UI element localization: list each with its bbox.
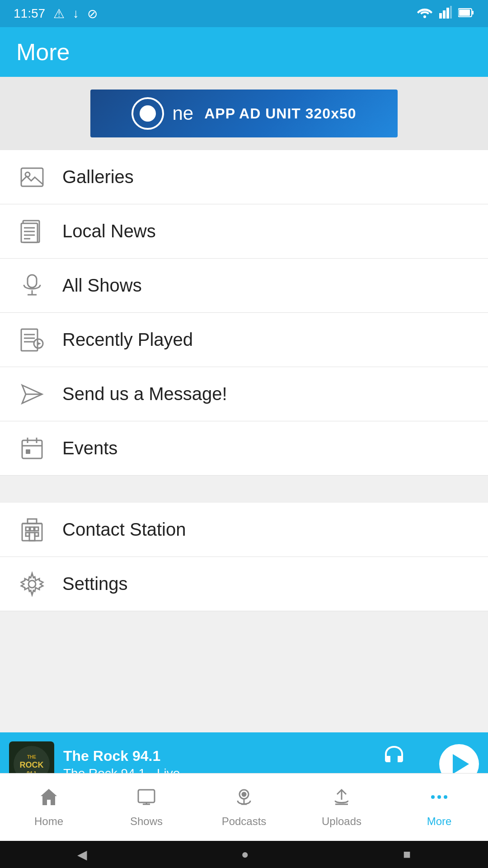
building-icon bbox=[16, 514, 48, 546]
send-icon bbox=[16, 378, 48, 410]
menu-list-2: Contact Station Settings bbox=[0, 503, 488, 611]
svg-point-56 bbox=[431, 795, 435, 799]
menu-item-send-message[interactable]: Send us a Message! bbox=[0, 367, 488, 421]
nav-item-shows[interactable]: Shows bbox=[98, 787, 195, 828]
image-icon bbox=[16, 161, 48, 193]
ad-inner: ne APP AD UNIT 320x50 bbox=[90, 90, 398, 137]
menu-list: Galleries Local News All Shows bbox=[0, 150, 488, 476]
svg-rect-1 bbox=[439, 13, 442, 19]
uploads-icon bbox=[332, 787, 352, 811]
svg-rect-35 bbox=[35, 527, 38, 531]
svg-rect-40 bbox=[28, 519, 37, 524]
nav-item-uploads[interactable]: Uploads bbox=[293, 787, 390, 828]
svg-marker-24 bbox=[37, 342, 41, 345]
svg-text:THE: THE bbox=[27, 755, 36, 760]
nav-item-podcasts[interactable]: Podcasts bbox=[195, 787, 293, 828]
menu-item-all-shows[interactable]: All Shows bbox=[0, 259, 488, 313]
ad-logo-text: ne bbox=[172, 103, 193, 124]
more-nav-label: More bbox=[427, 815, 452, 828]
play-icon bbox=[453, 754, 469, 774]
svg-rect-3 bbox=[446, 8, 449, 19]
music-list-icon bbox=[16, 324, 48, 356]
svg-rect-33 bbox=[26, 527, 29, 531]
battery-icon bbox=[458, 6, 474, 21]
svg-point-41 bbox=[28, 580, 36, 588]
svg-rect-11 bbox=[21, 223, 38, 242]
microphone-icon bbox=[16, 270, 48, 302]
download-icon: ↓ bbox=[73, 6, 79, 21]
settings-label: Settings bbox=[62, 574, 128, 594]
svg-rect-48 bbox=[138, 790, 155, 802]
system-nav: ◀ ● ■ bbox=[0, 841, 488, 868]
home-button[interactable]: ● bbox=[241, 847, 249, 862]
bottom-nav: Home Shows Podcasts bbox=[0, 773, 488, 841]
calendar-icon bbox=[16, 433, 48, 464]
signal-icon bbox=[439, 6, 452, 22]
gear-icon bbox=[16, 568, 48, 600]
ad-logo-circle bbox=[131, 97, 164, 130]
station-name: The Rock 94.1 bbox=[63, 748, 349, 764]
send-message-label: Send us a Message! bbox=[62, 384, 227, 404]
svg-rect-27 bbox=[22, 440, 42, 458]
svg-rect-4 bbox=[450, 6, 452, 19]
home-label: Home bbox=[34, 815, 63, 828]
svg-rect-16 bbox=[28, 275, 37, 288]
warning-icon: ⚠ bbox=[53, 6, 65, 21]
svg-text:ROCK: ROCK bbox=[20, 760, 44, 769]
menu-item-contact-station[interactable]: Contact Station bbox=[0, 503, 488, 557]
shows-icon bbox=[136, 787, 156, 811]
galleries-label: Galleries bbox=[62, 167, 134, 187]
newspaper-icon bbox=[16, 216, 48, 247]
time-display: 11:57 bbox=[14, 6, 45, 21]
nav-item-more[interactable]: More bbox=[390, 787, 488, 828]
more-icon bbox=[429, 787, 449, 811]
menu-item-galleries[interactable]: Galleries bbox=[0, 150, 488, 204]
menu-item-recently-played[interactable]: Recently Played bbox=[0, 313, 488, 367]
svg-point-58 bbox=[444, 795, 447, 799]
podcasts-icon bbox=[234, 787, 254, 811]
local-news-label: Local News bbox=[62, 221, 156, 241]
shows-label: Shows bbox=[130, 815, 163, 828]
headphone-icon bbox=[382, 744, 406, 769]
svg-rect-31 bbox=[26, 449, 30, 454]
all-shows-label: All Shows bbox=[62, 275, 142, 296]
nav-item-home[interactable]: Home bbox=[0, 787, 98, 828]
status-bar: 11:57 ⚠ ↓ ⊘ bbox=[0, 0, 488, 27]
recently-played-label: Recently Played bbox=[62, 330, 193, 350]
menu-item-events[interactable]: Events bbox=[0, 421, 488, 476]
ad-banner[interactable]: ne APP AD UNIT 320x50 bbox=[0, 77, 488, 150]
svg-rect-2 bbox=[443, 10, 446, 19]
page-header: More bbox=[0, 27, 488, 77]
ad-text: APP AD UNIT 320x50 bbox=[204, 105, 356, 122]
uploads-label: Uploads bbox=[322, 815, 361, 828]
svg-rect-6 bbox=[459, 9, 470, 16]
svg-rect-8 bbox=[21, 168, 43, 186]
location-off-icon: ⊘ bbox=[87, 6, 98, 21]
podcasts-label: Podcasts bbox=[222, 815, 267, 828]
menu-divider bbox=[0, 476, 488, 503]
back-button[interactable]: ◀ bbox=[77, 847, 87, 862]
svg-rect-34 bbox=[30, 527, 34, 531]
svg-point-52 bbox=[242, 793, 246, 796]
svg-rect-7 bbox=[472, 11, 474, 14]
home-icon bbox=[39, 787, 59, 811]
events-label: Events bbox=[62, 438, 117, 458]
svg-point-57 bbox=[437, 795, 441, 799]
menu-item-settings[interactable]: Settings bbox=[0, 557, 488, 611]
menu-item-local-news[interactable]: Local News bbox=[0, 204, 488, 259]
recents-button[interactable]: ■ bbox=[403, 847, 411, 862]
wifi-icon bbox=[417, 6, 433, 22]
svg-point-0 bbox=[423, 15, 426, 18]
svg-rect-38 bbox=[29, 533, 35, 541]
page-title: More bbox=[16, 38, 70, 66]
contact-station-label: Contact Station bbox=[62, 519, 186, 540]
